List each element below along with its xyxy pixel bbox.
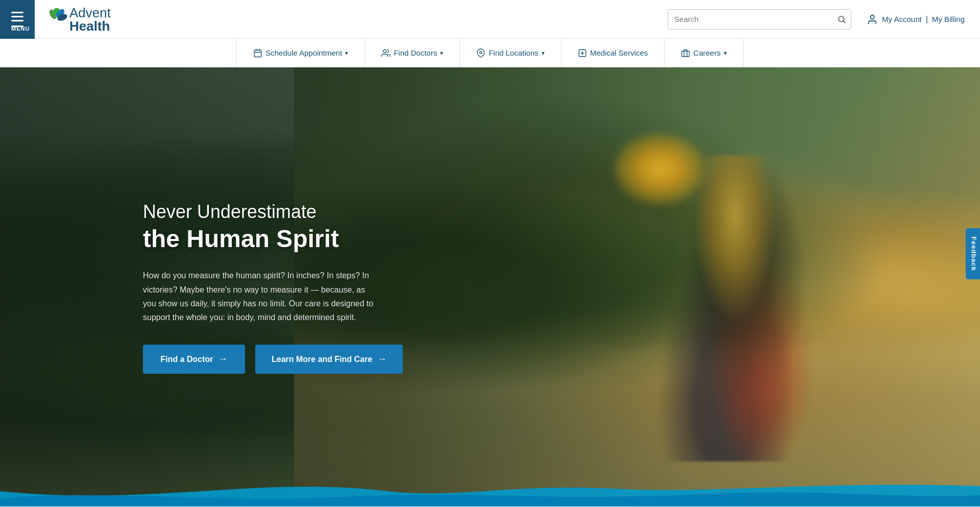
menu-label: MENU [11, 26, 23, 27]
learn-more-label: Learn More and Find Care [272, 355, 372, 364]
search-icon [837, 15, 846, 24]
nav-services-label: Medical Services [590, 49, 648, 57]
svg-point-6 [870, 15, 874, 18]
careers-chevron-icon: ▾ [724, 50, 727, 57]
hero-buttons: Find a Doctor → Learn More and Find Care… [143, 345, 403, 374]
hero-section: Never Underestimate the Human Spirit How… [0, 67, 980, 506]
find-doctor-arrow-icon: → [218, 354, 228, 365]
hero-content: Never Underestimate the Human Spirit How… [143, 200, 403, 374]
nav-locations-label: Find Locations [488, 49, 538, 57]
locations-chevron-icon: ▾ [542, 50, 545, 57]
medical-icon [578, 49, 587, 58]
search-input[interactable] [668, 10, 832, 29]
search-area [668, 9, 851, 30]
doctor-icon [381, 49, 390, 58]
my-account-link[interactable]: My Account [882, 15, 922, 23]
learn-more-button[interactable]: Learn More and Find Care → [255, 345, 403, 374]
svg-rect-14 [682, 51, 690, 57]
bottom-wave [0, 476, 980, 506]
find-doctor-button[interactable]: Find a Doctor → [143, 345, 245, 374]
doctors-chevron-icon: ▾ [440, 50, 443, 57]
nav-item-doctors[interactable]: Find Doctors ▾ [365, 39, 460, 67]
briefcase-icon [681, 49, 690, 58]
hero-title-bold: Human Spirit [186, 225, 339, 252]
logo-advent-text: Advent [69, 6, 111, 19]
svg-point-12 [480, 51, 482, 54]
logo-area: Advent Health [35, 6, 668, 33]
nav-careers-label: Careers [693, 49, 720, 57]
nav-item-careers[interactable]: Careers ▾ [665, 39, 743, 67]
location-pin-icon [476, 49, 485, 58]
menu-button[interactable]: MENU [0, 0, 35, 39]
hamburger-line [11, 16, 23, 17]
account-divider: | [926, 15, 928, 24]
hamburger-line [11, 12, 23, 13]
hamburger-line [11, 20, 23, 21]
nav-doctors-label: Find Doctors [394, 49, 437, 57]
hero-title-prefix: the [143, 225, 186, 252]
hero-body-text: How do you measure the human spirit? In … [143, 269, 378, 324]
hero-subtitle: Never Underestimate [143, 200, 403, 224]
search-box [668, 9, 851, 30]
feedback-label: Feedback [970, 236, 978, 271]
learn-more-arrow-icon: → [377, 354, 386, 365]
find-doctor-label: Find a Doctor [160, 355, 213, 364]
svg-rect-7 [255, 50, 262, 57]
account-icon [867, 14, 878, 25]
logo[interactable]: Advent Health [45, 6, 111, 33]
search-button[interactable] [832, 9, 851, 30]
logo-name: Advent Health [69, 6, 111, 33]
nav-schedule-label: Schedule Appointment [265, 49, 342, 57]
svg-line-5 [844, 21, 845, 22]
account-area: My Account | My Billing [867, 14, 965, 25]
calendar-icon [253, 49, 262, 58]
nav-item-services[interactable]: Medical Services [561, 39, 665, 67]
logo-health-text: Health [69, 19, 111, 33]
svg-point-11 [383, 50, 386, 53]
nav-item-schedule[interactable]: Schedule Appointment ▾ [236, 39, 365, 67]
my-billing-link[interactable]: My Billing [932, 15, 965, 23]
hero-title: the Human Spirit [143, 224, 403, 254]
schedule-chevron-icon: ▾ [345, 50, 348, 57]
top-bar: MENU Advent Health [0, 0, 980, 39]
feedback-tab[interactable]: Feedback [966, 228, 980, 279]
nav-item-locations[interactable]: Find Locations ▾ [460, 39, 561, 67]
nav-bar: Schedule Appointment ▾ Find Doctors ▾ Fi… [0, 39, 980, 67]
logo-flower-icon [45, 8, 67, 31]
